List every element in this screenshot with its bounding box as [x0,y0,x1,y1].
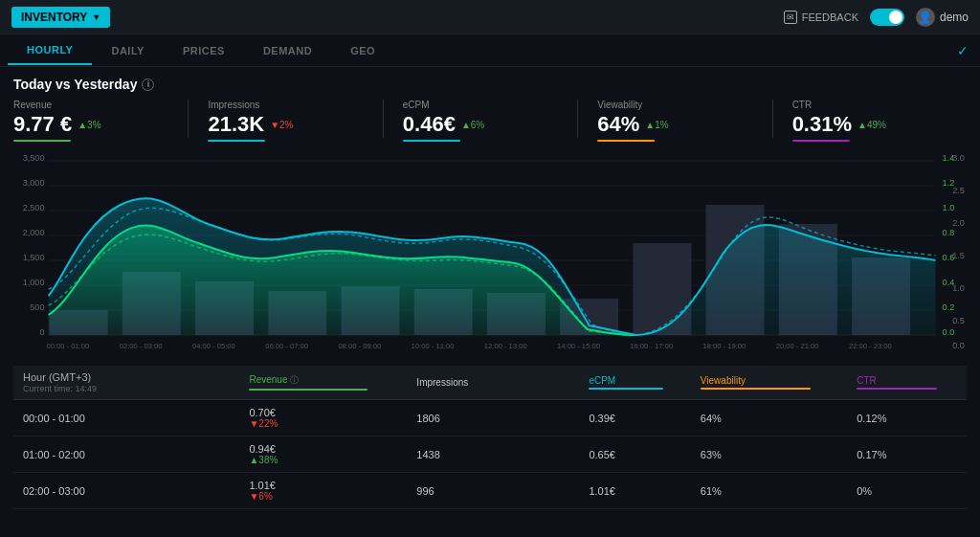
svg-text:0.0: 0.0 [943,327,955,337]
metric-ctr-value: 0.31% [792,112,852,137]
metric-ecpm-underline [403,140,460,142]
cell-impressions-0: 1806 [407,400,579,436]
cell-viewability-1: 63% [691,436,847,473]
svg-text:2,000: 2,000 [23,228,45,237]
cell-ctr-2: 0% [847,473,967,509]
dropdown-arrow-icon: ▼ [92,12,100,22]
tab-daily[interactable]: DAILY [92,37,164,64]
check-icon: ✓ [957,43,969,58]
col-header-revenue: Revenue ⓘ [239,366,407,400]
user-label: demo [940,11,969,24]
svg-text:16:00 - 17:00: 16:00 - 17:00 [630,342,673,350]
user-avatar: 👤 [916,8,935,27]
metric-revenue-label: Revenue [13,100,168,110]
svg-text:08:00 - 09:00: 08:00 - 09:00 [338,342,381,350]
cell-ecpm-1: 0.65€ [579,436,690,473]
svg-text:2.5: 2.5 [952,186,965,195]
data-table: Hour (GMT+3) Current time: 14:49 Revenue… [13,366,967,509]
feedback-label: FEEDBACK [802,11,858,23]
metric-revenue-value-row: 9.77 € ▲3% [13,112,168,137]
svg-text:500: 500 [30,302,44,312]
svg-text:22:00 - 23:00: 22:00 - 23:00 [849,342,892,350]
metric-revenue: Revenue 9.77 € ▲3% [13,100,188,142]
cell-hour-0: 00:00 - 01:00 [13,400,239,436]
toggle-switch[interactable] [870,9,904,26]
col-header-ctr: CTR [847,366,967,400]
section-title: Today vs Yesterday i [13,77,967,92]
svg-text:3.0: 3.0 [952,153,965,163]
metric-ctr: CTR 0.31% ▲49% [792,100,967,142]
cell-ecpm-0: 0.39€ [579,400,690,436]
cell-ctr-1: 0.17% [847,436,967,473]
metric-impressions-underline [208,140,265,142]
nav-tabs: HOURLY DAILY PRICES DEMAND GEO ✓ [0,34,980,67]
svg-text:04:00 - 05:00: 04:00 - 05:00 [192,342,235,350]
metric-ecpm-label: eCPM [403,100,558,110]
metric-ctr-label: CTR [792,100,947,110]
svg-text:20:00 - 21:00: 20:00 - 21:00 [776,342,819,350]
inventory-label: INVENTORY [21,11,87,24]
table-header-row: Hour (GMT+3) Current time: 14:49 Revenue… [13,366,967,400]
tab-demand[interactable]: DEMAND [244,37,331,64]
badge-revenue-0: ▼22% [249,418,397,429]
metric-viewability-label: Viewability [597,100,752,110]
svg-text:3,500: 3,500 [23,153,45,163]
cell-viewability-0: 64% [691,400,847,436]
header-right: ✉ FEEDBACK 👤 demo [784,8,969,27]
col-header-hour-subtitle: Current time: 14:49 [23,384,230,393]
feedback-icon: ✉ [784,11,797,24]
svg-text:2,500: 2,500 [23,203,45,213]
metric-impressions: Impressions 21.3K ▼2% [208,100,382,142]
cell-viewability-2: 61% [691,473,847,509]
svg-text:1.5: 1.5 [952,251,965,260]
metric-viewability: Viewability 64% ▲1% [597,100,771,142]
svg-text:0.8: 0.8 [943,228,955,237]
metric-ctr-badge: ▲49% [858,120,886,130]
divider-3 [577,100,578,138]
metric-impressions-label: Impressions [208,100,363,110]
info-icon[interactable]: i [142,78,154,91]
svg-text:0.0: 0.0 [952,341,965,350]
metric-impressions-value-row: 21.3K ▼2% [208,112,363,137]
divider-2 [383,100,384,138]
cell-ecpm-2: 1.01€ [579,473,690,509]
cell-revenue-0: 0.70€ ▼22% [239,400,407,436]
divider-1 [188,100,189,138]
feedback-button[interactable]: ✉ FEEDBACK [784,11,858,24]
svg-text:06:00 - 07:00: 06:00 - 07:00 [265,342,308,350]
metric-viewability-underline [597,140,655,142]
user-info: 👤 demo [916,8,969,27]
tab-geo[interactable]: GEO [331,37,394,64]
svg-text:0.2: 0.2 [943,302,955,312]
metric-ecpm-value: 0.46€ [403,112,456,137]
header: INVENTORY ▼ ✉ FEEDBACK 👤 demo [0,0,980,34]
cell-hour-2: 02:00 - 03:00 [13,473,239,509]
svg-text:2.0: 2.0 [952,218,965,228]
chart-svg: 3,500 3,000 2,500 2,000 1,500 1,000 500 … [13,147,967,358]
metric-viewability-value-row: 64% ▲1% [597,112,752,137]
svg-text:10:00 - 11:00: 10:00 - 11:00 [412,342,455,350]
metric-impressions-value: 21.3K [208,112,264,137]
inventory-button[interactable]: INVENTORY ▼ [11,7,110,28]
table-row: 02:00 - 03:00 1.01€ ▼6% 996 1.01€ 61% 0% [13,473,967,509]
metric-revenue-value: 9.77 € [13,112,72,137]
svg-text:1.0: 1.0 [952,283,965,293]
metric-ecpm-badge: ▲6% [461,120,484,130]
cell-impressions-2: 996 [407,473,579,509]
metric-impressions-badge: ▼2% [270,120,293,130]
table-row: 01:00 - 02:00 0.94€ ▲38% 1438 0.65€ 63% … [13,436,967,473]
tab-prices[interactable]: PRICES [164,37,244,64]
metrics-row: Revenue 9.77 € ▲3% Impressions 21.3K ▼2%… [13,100,967,142]
svg-text:14:00 - 15:00: 14:00 - 15:00 [557,342,600,350]
svg-text:3,000: 3,000 [23,178,45,188]
col-header-hour: Hour (GMT+3) Current time: 14:49 [13,366,239,400]
toggle-knob [889,11,902,24]
tab-hourly[interactable]: HOURLY [8,36,92,65]
metric-ctr-underline [792,140,850,142]
metric-viewability-badge: ▲1% [645,120,668,130]
badge-revenue-1: ▲38% [249,455,397,465]
svg-text:02:00 - 03:00: 02:00 - 03:00 [120,342,163,350]
svg-text:12:00 - 13:00: 12:00 - 13:00 [484,342,527,350]
divider-4 [772,100,773,138]
svg-text:1,000: 1,000 [23,278,45,287]
